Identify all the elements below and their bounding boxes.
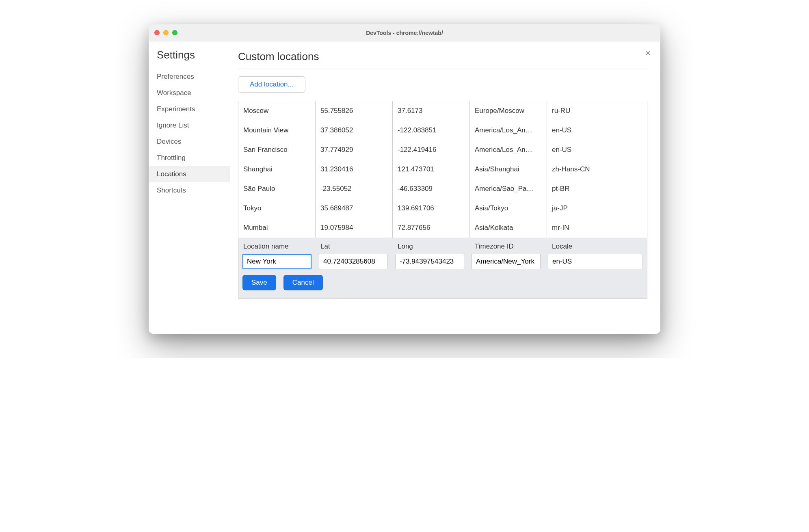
window-minimize-button[interactable] [163, 30, 169, 35]
label-location-name: Location name [238, 242, 316, 251]
editor-labels-row: Location name Lat Long Timezone ID Local… [238, 238, 647, 254]
cell-timezone: America/Sao_Pa… [470, 179, 547, 199]
close-icon[interactable]: × [645, 49, 651, 58]
cell-long: -122.419416 [393, 140, 470, 160]
content-area: × Settings Preferences Workspace Experim… [149, 41, 660, 334]
cell-locale: en-US [547, 140, 647, 160]
window-close-button[interactable] [154, 30, 160, 35]
cell-long: -46.633309 [393, 179, 470, 199]
locations-table: Moscow 55.755826 37.6173 Europe/Moscow r… [238, 101, 647, 299]
traffic-lights [154, 30, 177, 35]
cell-timezone: Europe/Moscow [470, 101, 547, 121]
table-row[interactable]: San Francisco 37.774929 -122.419416 Amer… [238, 140, 647, 160]
cell-long: 37.6173 [393, 101, 470, 121]
table-row[interactable]: Moscow 55.755826 37.6173 Europe/Moscow r… [238, 101, 647, 121]
locale-input[interactable] [548, 254, 643, 269]
sidebar-item-shortcuts[interactable]: Shortcuts [149, 182, 230, 199]
table-row[interactable]: Mumbai 19.075984 72.877656 Asia/Kolkata … [238, 218, 647, 238]
cell-lat: 37.774929 [316, 140, 393, 160]
sidebar-item-preferences[interactable]: Preferences [149, 69, 230, 85]
cell-locale: pt-BR [547, 179, 647, 199]
long-input[interactable] [395, 254, 464, 269]
sidebar-item-devices[interactable]: Devices [149, 134, 230, 150]
page-title: Custom locations [238, 50, 647, 69]
cell-locale: ru-RU [547, 101, 647, 121]
cell-lat: 35.689487 [316, 199, 393, 218]
cell-name: Mumbai [238, 218, 316, 238]
cell-timezone: America/Los_An… [470, 140, 547, 160]
sidebar-item-locations[interactable]: Locations [149, 166, 230, 182]
label-lat: Lat [316, 242, 393, 251]
sidebar-item-ignore-list[interactable]: Ignore List [149, 117, 230, 134]
cell-locale: ja-JP [547, 199, 647, 218]
cell-long: -122.083851 [393, 121, 470, 140]
editor-inputs-row [238, 254, 647, 275]
cell-lat: -23.55052 [316, 179, 393, 199]
cell-locale: mr-IN [547, 218, 647, 238]
sidebar-item-throttling[interactable]: Throttling [149, 150, 230, 166]
cell-lat: 19.075984 [316, 218, 393, 238]
label-timezone-id: Timezone ID [470, 242, 547, 251]
cell-name: Tokyo [238, 199, 316, 218]
cell-locale: zh-Hans-CN [547, 160, 647, 179]
window-zoom-button[interactable] [172, 30, 177, 35]
cancel-button[interactable]: Cancel [283, 275, 323, 290]
add-location-button[interactable]: Add location... [238, 76, 305, 93]
cell-name: São Paulo [238, 179, 316, 199]
settings-sidebar: Settings Preferences Workspace Experimen… [149, 41, 230, 334]
devtools-window: DevTools - chrome://newtab/ × Settings P… [149, 24, 660, 334]
cell-timezone: Asia/Shanghai [470, 160, 547, 179]
titlebar: DevTools - chrome://newtab/ [149, 24, 660, 41]
location-editor: Location name Lat Long Timezone ID Local… [238, 238, 647, 298]
editor-buttons-row: Save Cancel [238, 275, 647, 298]
cell-lat: 31.230416 [316, 160, 393, 179]
cell-lat: 55.755826 [316, 101, 393, 121]
table-row[interactable]: São Paulo -23.55052 -46.633309 America/S… [238, 179, 647, 199]
table-row[interactable]: Tokyo 35.689487 139.691706 Asia/Tokyo ja… [238, 199, 647, 218]
cell-long: 139.691706 [393, 199, 470, 218]
location-name-input[interactable] [242, 254, 311, 269]
timezone-id-input[interactable] [472, 254, 541, 269]
table-row[interactable]: Shanghai 31.230416 121.473701 Asia/Shang… [238, 160, 647, 179]
window-title: DevTools - chrome://newtab/ [149, 30, 660, 36]
table-row[interactable]: Mountain View 37.386052 -122.083851 Amer… [238, 121, 647, 140]
save-button[interactable]: Save [242, 275, 276, 290]
sidebar-item-experiments[interactable]: Experiments [149, 101, 230, 117]
cell-name: Mountain View [238, 121, 316, 140]
label-locale: Locale [547, 242, 647, 251]
label-long: Long [393, 242, 470, 251]
cell-name: Moscow [238, 101, 316, 121]
cell-lat: 37.386052 [316, 121, 393, 140]
sidebar-item-workspace[interactable]: Workspace [149, 85, 230, 101]
cell-timezone: Asia/Kolkata [470, 218, 547, 238]
cell-name: San Francisco [238, 140, 316, 160]
cell-locale: en-US [547, 121, 647, 140]
sidebar-title: Settings [149, 49, 230, 69]
main-panel: Custom locations Add location... Moscow … [230, 41, 660, 334]
cell-long: 121.473701 [393, 160, 470, 179]
cell-name: Shanghai [238, 160, 316, 179]
cell-timezone: America/Los_An… [470, 121, 547, 140]
cell-timezone: Asia/Tokyo [470, 199, 547, 218]
cell-long: 72.877656 [393, 218, 470, 238]
lat-input[interactable] [319, 254, 388, 269]
